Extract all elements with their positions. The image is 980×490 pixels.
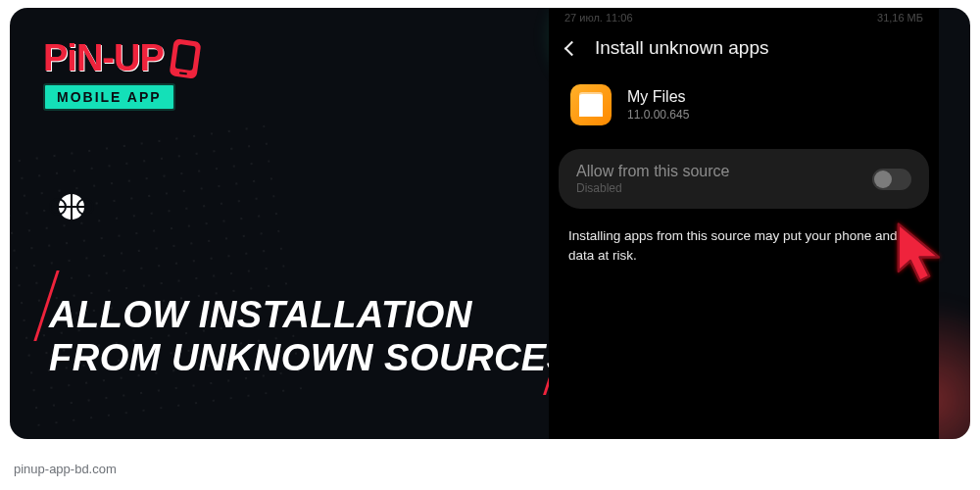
app-name: My Files [627, 88, 689, 106]
allow-from-source-row[interactable]: Allow from this source Disabled [559, 149, 929, 209]
phone-icon [169, 38, 201, 79]
promo-card: PiN-UP MOBILE APP ALLOW INSTALLATION FRO… [10, 8, 970, 439]
brand-logo: PiN-UP MOBILE APP [43, 37, 199, 111]
allow-source-toggle[interactable] [872, 169, 911, 190]
source-url: pinup-app-bd.com [14, 462, 117, 476]
status-date: 27 июл. 11:06 [564, 12, 633, 24]
page-title: Install unknown apps [595, 37, 768, 59]
warning-text: Installing apps from this source may put… [549, 215, 939, 276]
android-settings-screenshot: 27 июл. 11:06 31,16 МБ Install unknown a… [549, 8, 939, 439]
headline-line2: FROM UNKNOWN SOURCES [49, 337, 572, 380]
brand-wordmark: PiN-UP [43, 37, 164, 79]
toggle-state: Disabled [576, 181, 730, 195]
basketball-icon [59, 194, 84, 220]
back-icon[interactable] [564, 40, 580, 56]
headline-text: ALLOW INSTALLATION FROM UNKNOWN SOURCES [49, 294, 572, 379]
my-files-app-icon [570, 84, 612, 125]
status-size: 31,16 МБ [877, 12, 923, 24]
app-info-row: My Files 11.0.00.645 [549, 73, 939, 143]
brand-tagline: MOBILE APP [43, 83, 175, 111]
app-version: 11.0.00.645 [627, 108, 689, 122]
statusbar-faint: 27 июл. 11:06 31,16 МБ [564, 12, 923, 24]
toggle-label: Allow from this source [576, 163, 730, 180]
dot-grid-decor [10, 118, 302, 427]
headline-line1: ALLOW INSTALLATION [49, 294, 572, 337]
